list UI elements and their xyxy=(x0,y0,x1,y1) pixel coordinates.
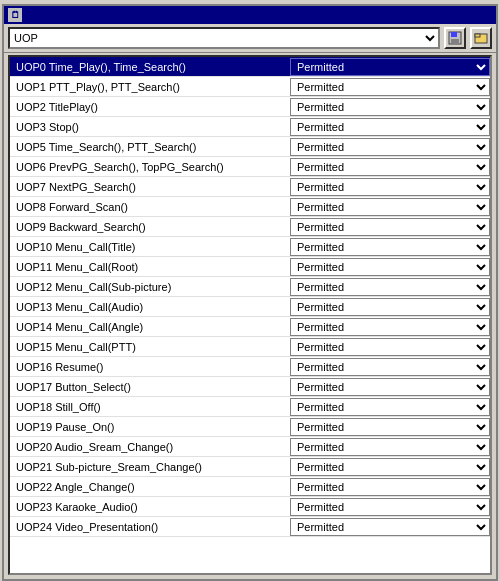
toolbar: UOP xyxy=(4,24,496,53)
uop-label: UOP12 Menu_Call(Sub-picture) xyxy=(10,281,290,293)
uop-value-wrapper: PermittedProhibited xyxy=(290,437,490,456)
uop-value-wrapper: PermittedProhibited xyxy=(290,197,490,216)
uop-select[interactable]: PermittedProhibited xyxy=(290,198,490,216)
table-row: UOP0 Time_Play(), Time_Search()Permitted… xyxy=(10,57,490,77)
uop-value-wrapper: PermittedProhibited xyxy=(290,357,490,376)
uop-select[interactable]: PermittedProhibited xyxy=(290,478,490,496)
table-row: UOP9 Backward_Search()PermittedProhibite… xyxy=(10,217,490,237)
uop-select[interactable]: PermittedProhibited xyxy=(290,238,490,256)
table-row: UOP13 Menu_Call(Audio)PermittedProhibite… xyxy=(10,297,490,317)
uop-select[interactable]: PermittedProhibited xyxy=(290,98,490,116)
uop-label: UOP11 Menu_Call(Root) xyxy=(10,261,290,273)
uop-select[interactable]: PermittedProhibited xyxy=(290,438,490,456)
uop-value-wrapper: PermittedProhibited xyxy=(290,257,490,276)
uop-select[interactable]: PermittedProhibited xyxy=(290,338,490,356)
table-row: UOP6 PrevPG_Search(), TopPG_Search()Perm… xyxy=(10,157,490,177)
table-row: UOP2 TitlePlay()PermittedProhibited xyxy=(10,97,490,117)
uop-value-wrapper: PermittedProhibited xyxy=(290,217,490,236)
uop-select[interactable]: PermittedProhibited xyxy=(290,518,490,536)
uop-value-wrapper: PermittedProhibited xyxy=(290,177,490,196)
uop-value-wrapper: PermittedProhibited xyxy=(290,97,490,116)
uop-select[interactable]: PermittedProhibited xyxy=(290,58,490,76)
uop-select[interactable]: PermittedProhibited xyxy=(290,358,490,376)
uop-select[interactable]: PermittedProhibited xyxy=(290,418,490,436)
uop-value-wrapper: PermittedProhibited xyxy=(290,117,490,136)
uop-select[interactable]: PermittedProhibited xyxy=(290,398,490,416)
uop-value-wrapper: PermittedProhibited xyxy=(290,377,490,396)
uop-value-wrapper: PermittedProhibited xyxy=(290,337,490,356)
uop-select[interactable]: PermittedProhibited xyxy=(290,178,490,196)
table-row: UOP21 Sub-picture_Sream_Change()Permitte… xyxy=(10,457,490,477)
uop-label: UOP10 Menu_Call(Title) xyxy=(10,241,290,253)
table-row: UOP12 Menu_Call(Sub-picture)PermittedPro… xyxy=(10,277,490,297)
uop-label: UOP8 Forward_Scan() xyxy=(10,201,290,213)
uop-label: UOP14 Menu_Call(Angle) xyxy=(10,321,290,333)
uop-window: 🗒 UOP UOP0 Time_Play(), Time_Search()Per… xyxy=(2,4,498,581)
uop-value-wrapper: PermittedProhibited xyxy=(290,477,490,496)
uop-label: UOP16 Resume() xyxy=(10,361,290,373)
table-row: UOP10 Menu_Call(Title)PermittedProhibite… xyxy=(10,237,490,257)
uop-value-wrapper: PermittedProhibited xyxy=(290,77,490,96)
svg-rect-1 xyxy=(451,32,457,37)
uop-select[interactable]: PermittedProhibited xyxy=(290,498,490,516)
uop-select[interactable]: PermittedProhibited xyxy=(290,138,490,156)
table-row: UOP8 Forward_Scan()PermittedProhibited xyxy=(10,197,490,217)
uop-select[interactable]: PermittedProhibited xyxy=(290,78,490,96)
uop-label: UOP3 Stop() xyxy=(10,121,290,133)
save-button[interactable] xyxy=(444,27,466,49)
uop-value-wrapper: PermittedProhibited xyxy=(290,277,490,296)
save-icon xyxy=(448,31,462,45)
table-row: UOP24 Video_Presentation()PermittedProhi… xyxy=(10,517,490,537)
uop-select[interactable]: PermittedProhibited xyxy=(290,158,490,176)
uop-select[interactable]: PermittedProhibited xyxy=(290,218,490,236)
uop-select[interactable]: PermittedProhibited xyxy=(290,318,490,336)
uop-list: UOP0 Time_Play(), Time_Search()Permitted… xyxy=(8,55,492,575)
table-row: UOP15 Menu_Call(PTT)PermittedProhibited xyxy=(10,337,490,357)
uop-label: UOP1 PTT_Play(), PTT_Search() xyxy=(10,81,290,93)
uop-label: UOP15 Menu_Call(PTT) xyxy=(10,341,290,353)
uop-value-wrapper: PermittedProhibited xyxy=(290,457,490,476)
open-icon xyxy=(474,31,488,45)
svg-rect-2 xyxy=(451,39,459,43)
uop-select[interactable]: PermittedProhibited xyxy=(290,458,490,476)
uop-select[interactable]: PermittedProhibited xyxy=(290,118,490,136)
open-button[interactable] xyxy=(470,27,492,49)
uop-select[interactable]: PermittedProhibited xyxy=(290,258,490,276)
uop-label: UOP2 TitlePlay() xyxy=(10,101,290,113)
table-row: UOP11 Menu_Call(Root)PermittedProhibited xyxy=(10,257,490,277)
table-row: UOP22 Angle_Change()PermittedProhibited xyxy=(10,477,490,497)
table-row: UOP14 Menu_Call(Angle)PermittedProhibite… xyxy=(10,317,490,337)
table-row: UOP20 Audio_Sream_Change()PermittedProhi… xyxy=(10,437,490,457)
uop-label: UOP23 Karaoke_Audio() xyxy=(10,501,290,513)
uop-label: UOP7 NextPG_Search() xyxy=(10,181,290,193)
uop-value-wrapper: PermittedProhibited xyxy=(290,297,490,316)
table-row: UOP5 Time_Search(), PTT_Search()Permitte… xyxy=(10,137,490,157)
uop-label: UOP21 Sub-picture_Sream_Change() xyxy=(10,461,290,473)
table-row: UOP3 Stop()PermittedProhibited xyxy=(10,117,490,137)
table-row: UOP16 Resume()PermittedProhibited xyxy=(10,357,490,377)
uop-value-wrapper: PermittedProhibited xyxy=(290,417,490,436)
uop-value-wrapper: PermittedProhibited xyxy=(290,397,490,416)
uop-label: UOP17 Button_Select() xyxy=(10,381,290,393)
uop-select[interactable]: PermittedProhibited xyxy=(290,378,490,396)
uop-value-wrapper: PermittedProhibited xyxy=(290,137,490,156)
uop-value-wrapper: PermittedProhibited xyxy=(290,57,490,76)
uop-value-wrapper: PermittedProhibited xyxy=(290,317,490,336)
uop-value-wrapper: PermittedProhibited xyxy=(290,517,490,536)
uop-label: UOP24 Video_Presentation() xyxy=(10,521,290,533)
svg-rect-4 xyxy=(475,34,480,37)
table-row: UOP7 NextPG_Search()PermittedProhibited xyxy=(10,177,490,197)
uop-label: UOP22 Angle_Change() xyxy=(10,481,290,493)
uop-select[interactable]: PermittedProhibited xyxy=(290,298,490,316)
uop-label: UOP5 Time_Search(), PTT_Search() xyxy=(10,141,290,153)
uop-value-wrapper: PermittedProhibited xyxy=(290,157,490,176)
title-bar-icon: 🗒 xyxy=(8,8,22,22)
table-row: UOP17 Button_Select()PermittedProhibited xyxy=(10,377,490,397)
table-row: UOP19 Pause_On()PermittedProhibited xyxy=(10,417,490,437)
toolbar-dropdown[interactable]: UOP xyxy=(8,27,440,49)
uop-select[interactable]: PermittedProhibited xyxy=(290,278,490,296)
table-row: UOP1 PTT_Play(), PTT_Search()PermittedPr… xyxy=(10,77,490,97)
uop-label: UOP9 Backward_Search() xyxy=(10,221,290,233)
uop-label: UOP6 PrevPG_Search(), TopPG_Search() xyxy=(10,161,290,173)
table-row: UOP18 Still_Off()PermittedProhibited xyxy=(10,397,490,417)
